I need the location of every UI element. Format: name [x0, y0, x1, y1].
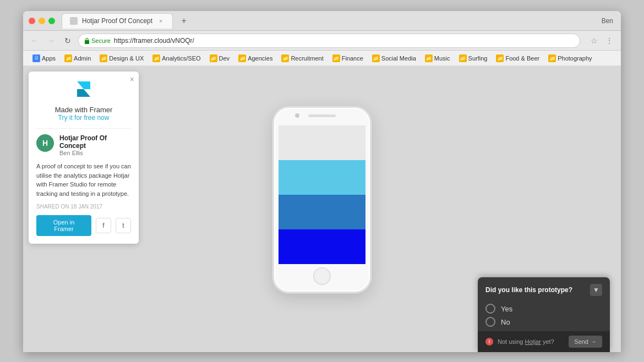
shared-date: SHARED ON 18 JAN 2017 [36, 204, 131, 210]
tab-close-button[interactable]: × [157, 17, 165, 25]
try-free-link[interactable]: Try it for free now [36, 114, 131, 122]
bookmark-analytics[interactable]: 📁 Analytics/SEO [149, 53, 204, 64]
project-title: Hotjar Proof Of Concept [59, 134, 131, 150]
page-content: × Made with Framer Try it for free now H… [23, 66, 621, 352]
bookmark-design-label: Design & UX [109, 55, 144, 62]
forward-button[interactable]: → [45, 35, 57, 47]
bookmark-admin[interactable]: 📁 Admin [61, 53, 95, 64]
window-controls [29, 18, 55, 24]
send-arrow-icon: → [591, 338, 597, 345]
bookmark-agencies[interactable]: 📁 Agencies [234, 53, 276, 64]
survey-footer: ! Not using Hotjar yet? Send → [478, 331, 610, 352]
tab-bar: Hotjar Proof Of Concept × + [62, 13, 602, 29]
tab-title: Hotjar Proof Of Concept [82, 17, 152, 25]
bookmark-recruitment[interactable]: 📁 Recruitment [277, 53, 327, 64]
phone-screen [279, 125, 365, 264]
url-text: https://framer.cloud/vNOQr/ [114, 37, 194, 45]
project-description: A proof of concept to see if you can uti… [36, 162, 131, 198]
bookmark-dev[interactable]: 📁 Dev [206, 53, 234, 64]
agencies-folder-icon: 📁 [238, 54, 246, 62]
framer-popup: × Made with Framer Try it for free now H… [29, 72, 139, 244]
bookmark-finance[interactable]: 📁 Finance [329, 53, 367, 64]
send-label: Send [574, 338, 588, 345]
refresh-button[interactable]: ↻ [62, 35, 74, 47]
survey-title: Did you like this prototype? [485, 286, 572, 294]
social-folder-icon: 📁 [372, 54, 380, 62]
recruitment-folder-icon: 📁 [281, 54, 289, 62]
facebook-share-button[interactable]: f [96, 218, 111, 233]
popup-actions: Open in Framer f t [36, 215, 131, 236]
star-button[interactable]: ☆ [588, 35, 600, 47]
bookmark-recruitment-label: Recruitment [291, 55, 323, 62]
survey-option-no[interactable]: No [485, 317, 602, 327]
phone-home-button[interactable] [313, 267, 331, 285]
close-window-button[interactable] [29, 18, 35, 24]
hotjar-link[interactable]: Hotjar [525, 338, 541, 345]
bookmark-design[interactable]: 📁 Design & UX [96, 53, 148, 64]
phone-mockup [272, 106, 372, 293]
popup-close-button[interactable]: × [130, 75, 134, 84]
bookmark-apps[interactable]: ⠿ Apps [29, 53, 59, 64]
tab-favicon [70, 17, 78, 25]
back-button[interactable]: ← [29, 35, 41, 47]
surfing-folder-icon: 📁 [459, 54, 467, 62]
send-button[interactable]: Send → [569, 336, 602, 348]
bookmark-food[interactable]: 📁 Food & Beer [492, 53, 543, 64]
bookmark-social[interactable]: 📁 Social Media [368, 53, 420, 64]
phone-camera [295, 113, 299, 118]
project-meta: Hotjar Proof Of Concept Ben Ellis [59, 134, 131, 156]
footer-text: Not using Hotjar yet? [498, 338, 564, 345]
active-tab[interactable]: Hotjar Proof Of Concept × [62, 13, 173, 29]
project-info: H Hotjar Proof Of Concept Ben Ellis [36, 134, 131, 156]
warning-icon: ! [485, 338, 493, 345]
popup-divider [36, 128, 131, 129]
url-bar[interactable]: Secure https://framer.cloud/vNOQr/ [78, 34, 580, 48]
bookmark-finance-label: Finance [342, 55, 363, 62]
new-tab-button[interactable]: + [176, 13, 192, 29]
bookmarks-bar: ⠿ Apps 📁 Admin 📁 Design & UX 📁 Analytics… [23, 51, 621, 66]
bookmark-surfing-label: Surfing [468, 55, 488, 62]
survey-options: Yes No [478, 301, 610, 331]
survey-header: Did you like this prototype? ▼ [478, 277, 610, 301]
screen-strip-3 [279, 195, 365, 229]
more-button[interactable]: ⋮ [603, 35, 615, 47]
bookmark-dev-label: Dev [219, 55, 230, 62]
user-label: Ben [602, 17, 615, 25]
analytics-folder-icon: 📁 [152, 54, 160, 62]
screen-strip-2 [279, 160, 365, 195]
radio-yes[interactable] [485, 304, 495, 314]
music-folder-icon: 📁 [425, 54, 433, 62]
bookmark-photography[interactable]: 📁 Photography [544, 53, 596, 64]
project-avatar: H [36, 134, 54, 152]
survey-popup: Did you like this prototype? ▼ Yes No ! … [478, 277, 610, 352]
bookmark-food-label: Food & Beer [505, 55, 539, 62]
photography-folder-icon: 📁 [548, 54, 556, 62]
url-actions: ☆ ⋮ [588, 35, 615, 47]
radio-no[interactable] [485, 317, 495, 327]
maximize-window-button[interactable] [48, 18, 55, 24]
bookmark-music-label: Music [434, 55, 450, 62]
screen-strip-1 [279, 125, 365, 160]
project-author: Ben Ellis [59, 150, 131, 156]
bookmark-agencies-label: Agencies [248, 55, 272, 62]
survey-option-yes[interactable]: Yes [485, 304, 602, 314]
survey-collapse-button[interactable]: ▼ [590, 284, 602, 296]
admin-folder-icon: 📁 [64, 54, 72, 62]
svg-marker-1 [77, 81, 90, 89]
svg-marker-2 [77, 89, 90, 97]
secure-badge: Secure [84, 37, 111, 44]
screen-strip-4 [279, 229, 365, 264]
phone-container [272, 106, 372, 293]
bookmark-photography-label: Photography [558, 55, 592, 62]
bookmark-surfing[interactable]: 📁 Surfing [455, 53, 492, 64]
twitter-share-button[interactable]: t [116, 218, 131, 233]
framer-logo [36, 79, 131, 101]
browser-window: Hotjar Proof Of Concept × + Ben ← → ↻ Se… [23, 11, 621, 352]
dev-folder-icon: 📁 [210, 54, 217, 62]
open-in-framer-button[interactable]: Open in Framer [36, 215, 91, 236]
bookmark-music[interactable]: 📁 Music [421, 53, 454, 64]
title-bar: Hotjar Proof Of Concept × + Ben [23, 11, 621, 31]
phone-speaker [308, 114, 336, 117]
minimize-window-button[interactable] [39, 18, 45, 24]
secure-label: Secure [91, 37, 111, 44]
